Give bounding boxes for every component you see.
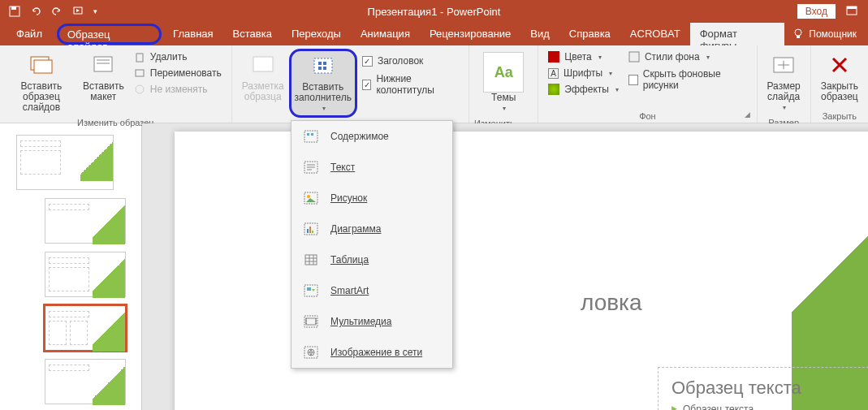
- tab-file[interactable]: Файл: [3, 23, 55, 45]
- hide-background-checkbox[interactable]: Скрыть фоновые рисунки: [627, 67, 749, 93]
- fonts-button[interactable]: AШрифты▾: [546, 67, 620, 80]
- master-thumbnail[interactable]: [16, 135, 114, 190]
- effects-icon: [548, 84, 559, 95]
- tab-insert[interactable]: Вставка: [223, 23, 282, 45]
- svg-rect-16: [314, 58, 332, 73]
- tab-animations[interactable]: Анимация: [351, 23, 420, 45]
- title-checkbox[interactable]: ✓Заголовок: [361, 54, 460, 68]
- svg-rect-34: [309, 227, 311, 233]
- tell-me-search[interactable]: Помощник: [784, 23, 865, 45]
- tab-shape-format[interactable]: Формат фигуры: [690, 23, 785, 45]
- bullet-level-1: Образец текста: [672, 402, 868, 410]
- tell-me-label: Помощник: [809, 28, 857, 40]
- group-background: Цвета▾ AШрифты▾ Эффекты▾ Стили фона▾ Скр…: [538, 45, 757, 123]
- table-icon: [303, 252, 319, 267]
- dropdown-item-text[interactable]: Текст: [291, 152, 452, 183]
- content-icon: [303, 129, 319, 144]
- svg-rect-4: [847, 6, 857, 9]
- group-label-background: Фон: [639, 110, 656, 121]
- tab-review[interactable]: Рецензирование: [420, 23, 520, 45]
- rename-button[interactable]: Переименовать: [132, 67, 223, 80]
- dropdown-arrow-icon: ▾: [322, 103, 326, 114]
- dropdown-item-chart[interactable]: Диаграмма: [291, 214, 452, 244]
- delete-button[interactable]: Удалить: [132, 50, 223, 63]
- qat-customize-button[interactable]: ▾: [89, 2, 101, 21]
- chart-icon: [303, 222, 319, 236]
- insert-slide-master-button[interactable]: Вставить образец слайдов: [5, 49, 78, 116]
- tab-acrobat[interactable]: ACROBAT: [620, 23, 690, 45]
- group-master-layout: Разметка образца Вставить заполнитель▾ ✓…: [232, 45, 469, 123]
- tab-view[interactable]: Вид: [520, 23, 559, 45]
- picture-icon: [303, 191, 319, 205]
- slide: ловка Образец текста Образец текста Втор…: [175, 132, 868, 410]
- svg-rect-20: [323, 67, 326, 70]
- dropdown-item-smartart[interactable]: SmartArt: [291, 275, 452, 306]
- preserve-icon: [134, 84, 145, 95]
- svg-rect-42: [307, 287, 311, 291]
- dropdown-item-picture[interactable]: Рисунок: [291, 183, 452, 214]
- insert-placeholder-dropdown: Содержимое Текст Рисунок Диаграмма Табли…: [291, 120, 453, 369]
- ribbon-display-options-button[interactable]: [842, 2, 862, 21]
- tab-help[interactable]: Справка: [559, 23, 620, 45]
- colors-button[interactable]: Цвета▾: [546, 50, 620, 63]
- background-dialog-launcher[interactable]: ◢: [745, 110, 754, 120]
- group-edit-master: Вставить образец слайдов Вставить макет …: [0, 45, 232, 123]
- tab-slide-master[interactable]: Образец слайдов: [57, 24, 162, 45]
- dropdown-item-online-image[interactable]: Изображение в сети: [291, 337, 452, 368]
- svg-rect-33: [307, 229, 309, 233]
- redo-button[interactable]: [47, 2, 67, 21]
- window-title: Презентация1 - PowerPoint: [368, 6, 501, 18]
- online-image-icon: [303, 345, 319, 360]
- svg-rect-6: [797, 36, 800, 38]
- svg-rect-36: [305, 255, 317, 265]
- slide-size-button[interactable]: Размер слайда▾: [762, 49, 805, 116]
- undo-button[interactable]: [26, 2, 45, 21]
- svg-point-31: [307, 195, 310, 198]
- ribbon-tabs: Файл Образец слайдов Главная Вставка Пер…: [0, 23, 868, 45]
- themes-button[interactable]: Aa Темы▾: [478, 49, 529, 117]
- dropdown-item-table[interactable]: Таблица: [291, 244, 452, 275]
- dropdown-item-media[interactable]: Мультимедиа: [291, 306, 452, 337]
- layout-thumbnail[interactable]: [45, 359, 126, 404]
- layout-thumbnail-selected[interactable]: [45, 305, 126, 351]
- background-styles-button[interactable]: Стили фона▾: [627, 50, 749, 63]
- placeholder-icon: [310, 53, 336, 79]
- master-layout-icon: [250, 52, 276, 78]
- layout-thumbnail[interactable]: [45, 252, 126, 297]
- group-close: Закрыть образец Закрыть: [811, 45, 868, 123]
- insert-placeholder-button[interactable]: Вставить заполнитель▾: [289, 49, 357, 118]
- master-text-header: Образец текста: [659, 368, 868, 402]
- close-icon: [827, 52, 853, 78]
- title-placeholder-partial: ловка: [581, 290, 642, 316]
- effects-button[interactable]: Эффекты▾: [546, 83, 620, 96]
- footers-checkbox[interactable]: ✓Нижние колонтитулы: [361, 71, 460, 97]
- dropdown-item-content[interactable]: Содержимое: [291, 121, 452, 152]
- quick-access-toolbar: ▾: [0, 2, 101, 21]
- close-master-button[interactable]: Закрыть образец: [816, 49, 863, 106]
- slide-canvas[interactable]: ловка Образец текста Образец текста Втор…: [142, 123, 868, 410]
- svg-rect-19: [318, 67, 322, 70]
- group-label-close: Закрыть: [823, 110, 857, 121]
- insert-layout-button[interactable]: Вставить макет: [78, 49, 129, 106]
- layout-thumbnail[interactable]: [45, 198, 126, 244]
- master-layout-button: Разметка образца: [237, 49, 289, 106]
- preserve-button: Не изменять: [132, 83, 223, 96]
- thumbnail-panel[interactable]: [0, 123, 142, 410]
- save-button[interactable]: [5, 2, 24, 21]
- slide-master-icon: [28, 52, 54, 78]
- svg-rect-35: [312, 231, 313, 233]
- start-from-beginning-button[interactable]: [68, 2, 88, 21]
- delete-icon: [134, 51, 145, 63]
- bg-styles-icon: [628, 51, 640, 63]
- svg-point-5: [795, 29, 801, 36]
- text-icon: [303, 160, 319, 175]
- content-placeholder[interactable]: Образец текста Образец текста Второй уро…: [658, 367, 868, 410]
- svg-rect-44: [306, 318, 316, 325]
- ribbon: Вставить образец слайдов Вставить макет …: [0, 45, 868, 123]
- tab-transitions[interactable]: Переходы: [282, 23, 351, 45]
- sign-in-button[interactable]: Вход: [797, 4, 836, 19]
- svg-rect-1: [11, 6, 16, 10]
- svg-rect-21: [629, 52, 639, 62]
- tab-home[interactable]: Главная: [163, 23, 222, 45]
- title-bar: ▾ Презентация1 - PowerPoint Вход: [0, 0, 868, 23]
